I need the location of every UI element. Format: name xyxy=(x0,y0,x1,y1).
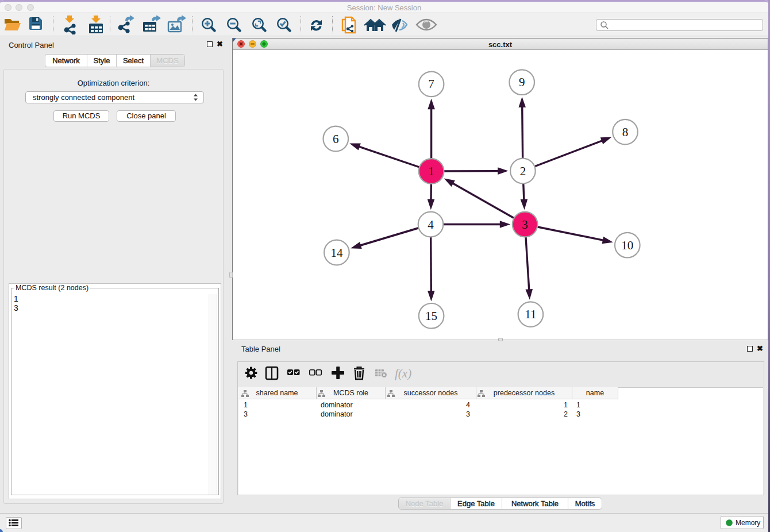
svg-text:9: 9 xyxy=(519,75,525,89)
svg-text:14: 14 xyxy=(330,246,343,260)
svg-text:2: 2 xyxy=(520,164,526,178)
svg-text:10: 10 xyxy=(621,238,633,252)
svg-text:1: 1 xyxy=(428,164,434,178)
svg-text:f(x): f(x) xyxy=(395,367,411,380)
svg-text:4: 4 xyxy=(428,218,434,232)
svg-text:3: 3 xyxy=(522,218,528,232)
svg-text:11: 11 xyxy=(525,307,536,321)
svg-text:8: 8 xyxy=(622,125,629,139)
svg-text:15: 15 xyxy=(425,309,437,323)
svg-text:6: 6 xyxy=(333,132,339,146)
svg-text:7: 7 xyxy=(428,77,434,91)
